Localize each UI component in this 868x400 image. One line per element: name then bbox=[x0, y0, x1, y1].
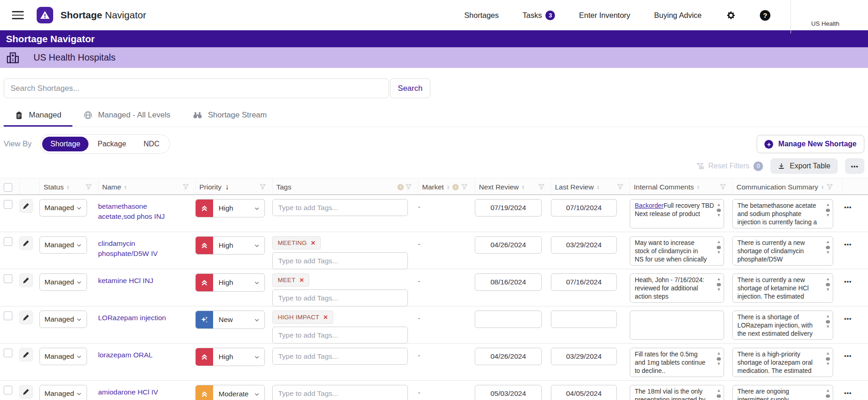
shortage-name-link[interactable]: lorazepam ORAL bbox=[98, 348, 153, 360]
filter-funnel-icon[interactable] bbox=[827, 184, 833, 190]
internal-comments-link[interactable]: Backorder bbox=[635, 202, 664, 209]
last-review-date[interactable]: 07/16/2024 bbox=[551, 273, 617, 291]
communication-summary-box[interactable]: There are ongoing intermittent supply ▲▼ bbox=[732, 385, 833, 400]
filter-funnel-icon[interactable] bbox=[538, 184, 544, 190]
filter-funnel-icon[interactable] bbox=[260, 184, 266, 190]
internal-comments-box[interactable]: BackorderFull recovery TBD Next release … bbox=[630, 199, 724, 228]
nav-buying-advice[interactable]: Buying Advice bbox=[654, 11, 702, 20]
sort-icon[interactable]: ▲▼ bbox=[66, 185, 70, 189]
last-review-date[interactable] bbox=[551, 311, 617, 328]
last-review-date[interactable]: 03/29/2024 bbox=[551, 348, 617, 365]
settings-gear-icon[interactable] bbox=[725, 10, 736, 21]
edit-row-button[interactable] bbox=[19, 311, 33, 324]
row-checkbox[interactable] bbox=[4, 237, 12, 246]
priority-dropdown[interactable]: New bbox=[195, 311, 265, 329]
shortage-name-link[interactable]: betamethasone acetate,sod phos INJ bbox=[98, 199, 165, 222]
communication-summary-box[interactable]: There is a shortage of LORazepam injecti… bbox=[732, 311, 833, 340]
filter-funnel-icon[interactable] bbox=[183, 184, 189, 190]
row-checkbox[interactable] bbox=[4, 349, 12, 357]
remove-tag-icon[interactable]: × bbox=[311, 240, 316, 245]
nav-shortages[interactable]: Shortages bbox=[464, 11, 499, 20]
reset-filters-button[interactable]: Reset Filters 0 bbox=[697, 161, 764, 171]
edit-row-button[interactable] bbox=[19, 348, 33, 361]
view-by-shortage[interactable]: Shortage bbox=[42, 137, 88, 151]
tag-input[interactable] bbox=[272, 385, 408, 400]
comments-scrollbar[interactable]: ▲▼ bbox=[715, 239, 722, 263]
view-by-package[interactable]: Package bbox=[89, 137, 134, 151]
tab-shortage-stream[interactable]: Shortage Stream bbox=[181, 111, 278, 127]
filter-funnel-icon[interactable] bbox=[461, 184, 467, 190]
next-review-date[interactable]: 04/26/2024 bbox=[475, 236, 542, 254]
sort-icon[interactable]: ▲▼ bbox=[446, 185, 450, 189]
comments-scrollbar[interactable]: ▲▼ bbox=[715, 202, 722, 226]
tab-managed-all-levels[interactable]: Managed - All Levels bbox=[72, 111, 181, 127]
table-more-actions-button[interactable]: ••• bbox=[845, 158, 864, 174]
help-icon[interactable]: ? bbox=[760, 10, 770, 21]
status-dropdown[interactable]: Managed bbox=[39, 311, 87, 328]
next-review-date[interactable]: 04/26/2024 bbox=[475, 348, 542, 365]
filter-funnel-icon[interactable] bbox=[720, 184, 726, 190]
row-checkbox[interactable] bbox=[4, 311, 12, 320]
column-name[interactable]: Name ▲▼ bbox=[98, 178, 195, 194]
comments-scrollbar[interactable]: ▲▼ bbox=[824, 313, 831, 337]
tab-managed[interactable]: Managed bbox=[4, 111, 72, 127]
comments-scrollbar[interactable]: ▲▼ bbox=[824, 202, 831, 226]
comments-scrollbar[interactable]: ▲▼ bbox=[824, 350, 831, 374]
column-status[interactable]: Status ▲▼ bbox=[39, 178, 98, 194]
filter-funnel-icon[interactable] bbox=[617, 184, 623, 190]
row-actions-button[interactable]: ••• bbox=[842, 199, 854, 215]
column-next-review[interactable]: Next Review ▲▼ bbox=[475, 178, 551, 194]
comments-scrollbar[interactable]: ▲▼ bbox=[824, 388, 831, 400]
communication-summary-box[interactable]: There is a high-priority shortage of lor… bbox=[732, 348, 833, 377]
comments-scrollbar[interactable]: ▲▼ bbox=[715, 388, 722, 400]
shortage-name-link[interactable]: ketamine HCl INJ bbox=[98, 273, 154, 286]
internal-comments-box[interactable]: Fill rates for the 0.5mg and 1mg tablets… bbox=[630, 348, 724, 377]
status-dropdown[interactable]: Managed bbox=[39, 236, 87, 254]
status-dropdown[interactable]: Managed bbox=[39, 273, 87, 291]
status-dropdown[interactable]: Managed bbox=[39, 199, 87, 217]
communication-summary-box[interactable]: There is currently a new shortage of ket… bbox=[732, 273, 833, 303]
communication-summary-box[interactable]: The betamethasone acetate and sodium pho… bbox=[732, 199, 833, 228]
priority-dropdown[interactable]: High bbox=[195, 199, 265, 217]
row-actions-button[interactable]: ••• bbox=[842, 311, 854, 327]
sort-icon[interactable]: ▲▼ bbox=[596, 185, 599, 189]
shortage-name-link[interactable]: clindamycin phosphate/D5W IV bbox=[98, 236, 158, 259]
priority-dropdown[interactable]: High bbox=[195, 236, 265, 255]
edit-row-button[interactable] bbox=[19, 199, 33, 213]
row-actions-button[interactable]: ••• bbox=[842, 273, 854, 289]
column-communication-summary[interactable]: Communication Summary ▲▼ bbox=[732, 178, 842, 194]
filter-funnel-icon[interactable] bbox=[406, 184, 412, 190]
column-tags[interactable]: Tags i bbox=[272, 178, 418, 194]
tag-input[interactable] bbox=[272, 327, 408, 344]
tag-input[interactable] bbox=[272, 348, 408, 365]
column-market[interactable]: Market ▲▼ i bbox=[418, 178, 475, 194]
nav-enter-inventory[interactable]: Enter Inventory bbox=[579, 11, 630, 20]
internal-comments-box[interactable]: May want to increase stock of clindamyci… bbox=[630, 236, 724, 266]
search-button[interactable]: Search bbox=[390, 78, 430, 98]
status-dropdown[interactable]: Managed bbox=[39, 385, 87, 400]
comments-scrollbar[interactable]: ▲▼ bbox=[715, 276, 722, 300]
row-checkbox[interactable] bbox=[4, 200, 12, 209]
last-review-date[interactable]: 03/29/2024 bbox=[551, 236, 617, 254]
account-area[interactable]: US Health bbox=[791, 0, 868, 33]
sort-icon[interactable]: ▲▼ bbox=[697, 185, 700, 189]
row-actions-button[interactable]: ••• bbox=[842, 385, 854, 400]
info-icon[interactable]: i bbox=[452, 184, 459, 190]
row-actions-button[interactable]: ••• bbox=[842, 348, 854, 364]
info-icon[interactable]: i bbox=[397, 184, 404, 190]
sort-descending-icon[interactable]: ↓ bbox=[225, 183, 229, 192]
select-all-checkbox[interactable] bbox=[4, 183, 12, 192]
search-input[interactable] bbox=[4, 78, 389, 98]
column-internal-comments[interactable]: Internal Comments ▲▼ bbox=[630, 178, 732, 194]
internal-comments-box[interactable]: The 18ml vial is the only presentation i… bbox=[630, 385, 724, 400]
sort-icon[interactable]: ▲▼ bbox=[522, 185, 525, 189]
priority-dropdown[interactable]: High bbox=[195, 348, 265, 366]
comments-scrollbar[interactable]: ▲▼ bbox=[824, 239, 831, 263]
manage-new-shortage-button[interactable]: + Manage New Shortage bbox=[757, 135, 864, 153]
sort-icon[interactable]: ▲▼ bbox=[821, 185, 824, 189]
sort-icon[interactable]: ▲▼ bbox=[124, 185, 127, 189]
comments-scrollbar[interactable]: ▲▼ bbox=[824, 276, 831, 300]
nav-tasks[interactable]: Tasks3 bbox=[522, 11, 555, 20]
internal-comments-box[interactable]: ▲▼ bbox=[630, 311, 724, 340]
column-priority[interactable]: Priority ↓ bbox=[195, 178, 272, 194]
